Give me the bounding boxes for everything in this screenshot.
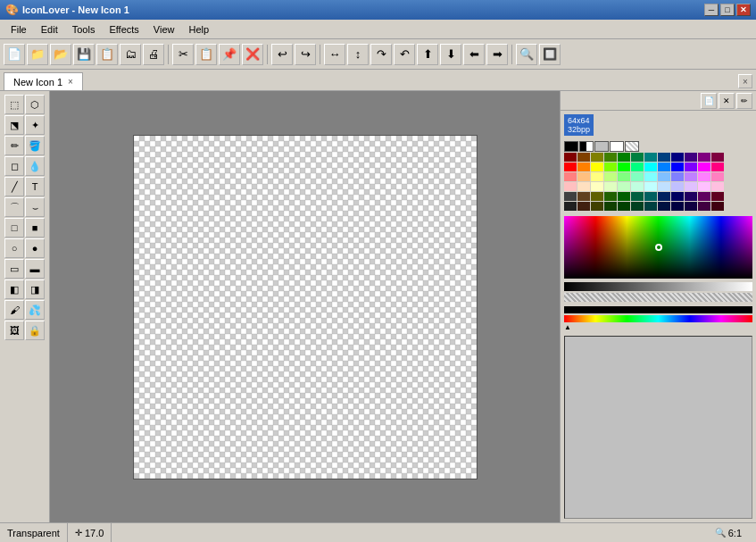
color-cell[interactable] bbox=[658, 163, 670, 171]
color-cell[interactable] bbox=[711, 202, 724, 211]
color-cell[interactable] bbox=[618, 172, 630, 181]
color-gradient[interactable] bbox=[564, 216, 752, 279]
black-color[interactable] bbox=[564, 141, 578, 152]
color-cell[interactable] bbox=[604, 153, 617, 162]
menu-item-file[interactable]: File bbox=[4, 22, 34, 37]
undo-btn[interactable]: ↩ bbox=[271, 44, 293, 65]
color-cell[interactable] bbox=[711, 153, 724, 162]
color-cell[interactable] bbox=[577, 182, 590, 191]
color-cell[interactable] bbox=[711, 163, 724, 171]
bg-color-tool[interactable]: ◨ bbox=[25, 279, 45, 299]
color-cell[interactable] bbox=[698, 202, 710, 211]
maximize-button[interactable]: □ bbox=[720, 4, 735, 16]
open2-btn[interactable]: 📂 bbox=[50, 44, 71, 65]
fill-ellipse-tool[interactable]: ● bbox=[25, 238, 45, 258]
save-btn[interactable]: 💾 bbox=[73, 44, 95, 65]
magic-wand-tool[interactable]: ✦ bbox=[25, 115, 45, 135]
color-cell[interactable] bbox=[685, 153, 697, 162]
fill-round-tool[interactable]: ▬ bbox=[25, 259, 45, 279]
color-cell[interactable] bbox=[591, 153, 603, 162]
color-cell[interactable] bbox=[711, 172, 724, 181]
color-cell[interactable] bbox=[591, 163, 603, 171]
paste-btn[interactable]: 📌 bbox=[219, 44, 240, 65]
transparent-color[interactable] bbox=[625, 141, 639, 152]
color-cell[interactable] bbox=[685, 192, 697, 201]
export-btn[interactable]: 🗂 bbox=[120, 44, 141, 65]
shift-up-btn[interactable]: ⬆ bbox=[417, 44, 438, 65]
color-cell[interactable] bbox=[591, 172, 603, 181]
line-tool[interactable]: ╱ bbox=[4, 177, 24, 196]
minimize-button[interactable]: ─ bbox=[704, 4, 719, 16]
color-cell[interactable] bbox=[631, 192, 644, 201]
pixel-canvas[interactable] bbox=[133, 135, 478, 479]
select-rect-tool[interactable]: ⬚ bbox=[4, 95, 24, 114]
color-cell[interactable] bbox=[577, 163, 590, 171]
rotate-l-btn[interactable]: ↷ bbox=[370, 44, 392, 65]
color-cell[interactable] bbox=[604, 182, 617, 191]
spray-tool[interactable]: 💦 bbox=[25, 300, 45, 320]
color-cell[interactable] bbox=[698, 153, 710, 162]
text-tool[interactable]: T bbox=[25, 177, 45, 196]
pencil-tool[interactable]: ✏ bbox=[4, 136, 24, 155]
zoom-in-btn[interactable]: 🔍 bbox=[516, 44, 537, 65]
color-cell[interactable] bbox=[604, 192, 617, 201]
color-cell[interactable] bbox=[658, 192, 670, 201]
color-cell[interactable] bbox=[618, 182, 630, 191]
icon-size-item[interactable]: 64x64 32bpp bbox=[564, 114, 594, 136]
bw-color[interactable] bbox=[579, 141, 594, 152]
color-cell[interactable] bbox=[631, 153, 644, 162]
rotate-r-btn[interactable]: ↶ bbox=[394, 44, 415, 65]
color-cell[interactable] bbox=[577, 153, 590, 162]
icon-tab[interactable]: New Icon 1 × bbox=[4, 72, 83, 90]
import-btn[interactable]: 📋 bbox=[96, 44, 118, 65]
color-cell[interactable] bbox=[644, 172, 657, 181]
color-cell[interactable] bbox=[564, 182, 577, 191]
color-cell[interactable] bbox=[631, 163, 644, 171]
color-cell[interactable] bbox=[685, 202, 697, 211]
color-cell[interactable] bbox=[671, 172, 684, 181]
fill-tool[interactable]: 🪣 bbox=[25, 136, 45, 155]
window-close-button[interactable]: ✕ bbox=[736, 4, 751, 16]
cut-btn[interactable]: ✂ bbox=[172, 44, 194, 65]
color-cell[interactable] bbox=[564, 163, 577, 171]
color-cell[interactable] bbox=[698, 172, 710, 181]
menu-item-tools[interactable]: Tools bbox=[65, 22, 103, 37]
redo-btn[interactable]: ↪ bbox=[295, 44, 316, 65]
color-cell[interactable] bbox=[591, 192, 603, 201]
tab-panel-close-button[interactable]: × bbox=[738, 74, 752, 88]
color-cell[interactable] bbox=[618, 202, 630, 211]
color-cell[interactable] bbox=[671, 153, 684, 162]
ellipse-tool[interactable]: ○ bbox=[4, 238, 24, 258]
eraser-tool[interactable]: ◻ bbox=[4, 156, 24, 176]
color-cell[interactable] bbox=[631, 172, 644, 181]
round-rect-tool[interactable]: ▭ bbox=[4, 259, 24, 279]
color-cell[interactable] bbox=[671, 182, 684, 191]
menu-item-help[interactable]: Help bbox=[181, 22, 216, 37]
flip-h-btn[interactable]: ↔ bbox=[324, 44, 345, 65]
color-cell[interactable] bbox=[564, 192, 577, 201]
color-cell[interactable] bbox=[604, 172, 617, 181]
canvas-area[interactable] bbox=[50, 91, 560, 522]
color-cell[interactable] bbox=[577, 202, 590, 211]
curve-tool[interactable]: ⌒ bbox=[4, 197, 24, 217]
shift-rt-btn[interactable]: ➡ bbox=[486, 44, 508, 65]
color-cell[interactable] bbox=[604, 202, 617, 211]
menu-item-view[interactable]: View bbox=[146, 22, 182, 37]
color-cell[interactable] bbox=[698, 163, 710, 171]
color-cell[interactable] bbox=[591, 202, 603, 211]
color-pick-tool[interactable]: 💧 bbox=[25, 156, 45, 176]
color-cell[interactable] bbox=[618, 192, 630, 201]
icon-new-button[interactable]: 📄 bbox=[701, 93, 717, 109]
open-btn[interactable]: 📁 bbox=[27, 44, 48, 65]
color-cell[interactable] bbox=[604, 163, 617, 171]
color-cell[interactable] bbox=[711, 192, 724, 201]
color-cell[interactable] bbox=[591, 182, 603, 191]
color-cell[interactable] bbox=[658, 202, 670, 211]
color-cell[interactable] bbox=[658, 182, 670, 191]
color-cell[interactable] bbox=[631, 202, 644, 211]
shift-dn-btn[interactable]: ⬇ bbox=[440, 44, 461, 65]
color-cell[interactable] bbox=[685, 172, 697, 181]
color-cell[interactable] bbox=[631, 182, 644, 191]
color-cell[interactable] bbox=[685, 163, 697, 171]
color-cell[interactable] bbox=[577, 172, 590, 181]
